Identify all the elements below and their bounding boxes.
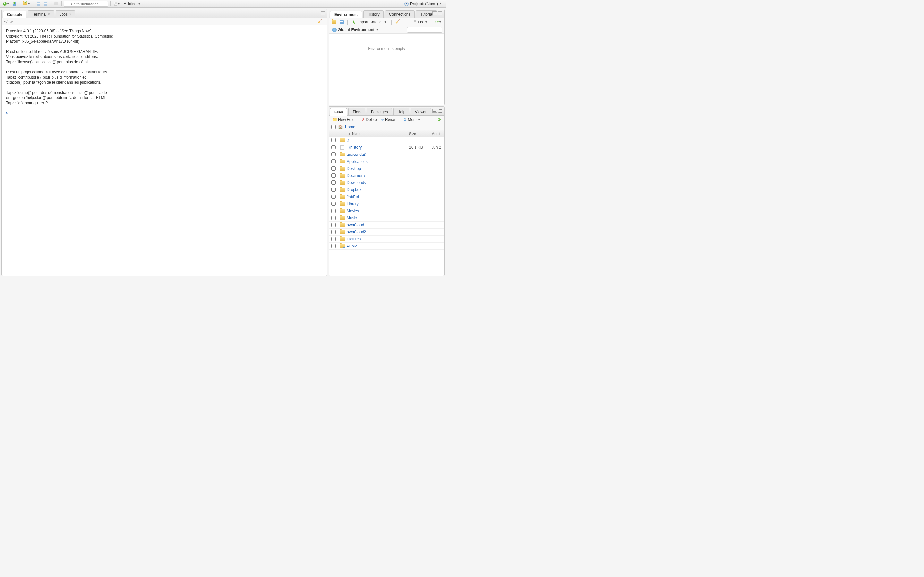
project-selector[interactable]: Project: (None) ▼	[402, 1, 444, 6]
home-link[interactable]: Home	[345, 125, 355, 129]
file-row[interactable]: Library	[329, 200, 444, 207]
tab-jobs[interactable]: Jobs×	[55, 10, 75, 18]
file-checkbox[interactable]	[331, 237, 336, 241]
file-checkbox[interactable]	[331, 223, 336, 227]
refresh-button[interactable]: ⟳▼	[435, 19, 443, 25]
path-arrow-icon[interactable]: ⇗	[10, 19, 13, 24]
tab-terminal[interactable]: Terminal×	[27, 10, 54, 18]
file-name[interactable]: Applications	[347, 159, 409, 164]
sort-by-size[interactable]: Size	[409, 132, 431, 135]
file-row[interactable]: Public	[329, 243, 444, 250]
save-button[interactable]	[35, 1, 42, 7]
tab-viewer[interactable]: Viewer	[411, 108, 431, 115]
file-row[interactable]: Pictures	[329, 235, 444, 243]
maximize-button[interactable]	[320, 11, 325, 15]
scope-selector[interactable]: Global Environment ▼	[331, 27, 380, 33]
chevron-down-icon: ▼	[439, 21, 441, 24]
file-row[interactable]: .Rhistory26.1 KBJun 2	[329, 144, 444, 151]
environment-search-input[interactable]	[407, 27, 443, 33]
file-row[interactable]: Applications	[329, 158, 444, 165]
tab-files[interactable]: Files	[330, 108, 347, 116]
file-checkbox[interactable]	[331, 181, 336, 185]
file-name[interactable]: ownCloud2	[347, 230, 409, 234]
new-project-button[interactable]	[11, 1, 18, 7]
file-row[interactable]: Music	[329, 214, 444, 221]
file-name[interactable]: anaconda3	[347, 152, 409, 157]
file-checkbox[interactable]	[331, 166, 336, 171]
view-mode-selector[interactable]: ☰List▼	[412, 20, 429, 24]
file-checkbox[interactable]	[331, 230, 336, 234]
file-row[interactable]: JabRef	[329, 193, 444, 200]
tab-history[interactable]: History	[363, 10, 383, 18]
file-name[interactable]: JabRef	[347, 195, 409, 199]
file-name[interactable]: Movies	[347, 209, 409, 213]
maximize-button[interactable]	[438, 11, 443, 15]
path-ellipsis-button[interactable]: ...	[438, 125, 442, 129]
file-name[interactable]: Music	[347, 216, 409, 220]
tab-console[interactable]: Console	[3, 11, 26, 18]
file-name[interactable]: .Rhistory	[347, 145, 409, 150]
tab-environment[interactable]: Environment	[330, 11, 362, 18]
close-icon[interactable]: ×	[69, 13, 71, 16]
file-checkbox[interactable]	[331, 145, 336, 149]
file-row[interactable]: Documents	[329, 172, 444, 179]
maximize-button[interactable]	[438, 109, 443, 113]
minimize-button[interactable]	[433, 109, 437, 113]
file-checkbox[interactable]	[331, 201, 336, 206]
new-folder-button[interactable]: 📁New Folder	[331, 117, 359, 122]
file-row[interactable]: Dropbox	[329, 186, 444, 193]
new-file-button[interactable]: ▼	[2, 1, 11, 7]
tab-connections[interactable]: Connections	[385, 10, 415, 18]
file-row[interactable]: ownCloud	[329, 221, 444, 229]
file-checkbox[interactable]	[331, 209, 336, 213]
folder-icon	[340, 202, 345, 206]
file-checkbox[interactable]	[331, 138, 336, 142]
select-all-checkbox[interactable]	[331, 125, 336, 129]
refresh-files-button[interactable]: ⟳	[436, 116, 443, 123]
console-output[interactable]: R version 4.0.1 (2020-06-06) -- "See Thi…	[2, 25, 327, 276]
save-workspace-button[interactable]	[338, 19, 345, 25]
file-name[interactable]: Downloads	[347, 181, 409, 185]
tab-help[interactable]: Help	[393, 108, 410, 115]
save-all-button[interactable]	[42, 1, 49, 7]
file-checkbox[interactable]	[331, 187, 336, 192]
file-name[interactable]: Public	[347, 244, 409, 248]
file-checkbox[interactable]	[331, 244, 336, 248]
goto-input[interactable]	[63, 1, 108, 7]
file-row[interactable]: Downloads	[329, 179, 444, 186]
addins-menu[interactable]: Addins▼	[122, 1, 143, 6]
sort-by-name[interactable]: ▲Name	[347, 132, 409, 135]
load-workspace-button[interactable]	[331, 19, 337, 25]
delete-button[interactable]: ⊘Delete	[360, 117, 379, 122]
file-checkbox[interactable]	[331, 152, 336, 156]
file-checkbox[interactable]	[331, 216, 336, 220]
file-row[interactable]: ownCloud2	[329, 229, 444, 235]
tab-packages[interactable]: Packages	[367, 108, 392, 115]
file-name[interactable]: .r	[347, 138, 409, 143]
file-name[interactable]: Library	[347, 201, 409, 206]
print-button[interactable]	[53, 1, 59, 7]
grid-button[interactable]: ▼	[113, 1, 121, 7]
file-name[interactable]: Desktop	[347, 166, 409, 171]
open-file-button[interactable]: ▼	[22, 1, 31, 7]
tab-plots[interactable]: Plots	[349, 108, 365, 115]
file-name[interactable]: Dropbox	[347, 187, 409, 192]
file-checkbox[interactable]	[331, 159, 336, 163]
file-row[interactable]: anaconda3	[329, 151, 444, 158]
file-row[interactable]: .r	[329, 137, 444, 144]
file-checkbox[interactable]	[331, 195, 336, 199]
file-row[interactable]: Movies	[329, 207, 444, 214]
file-name[interactable]: Pictures	[347, 237, 409, 242]
import-dataset-button[interactable]: ↳Import Dataset▼	[351, 19, 389, 25]
sort-by-modified[interactable]: Modif	[431, 132, 444, 135]
file-row[interactable]: Desktop	[329, 165, 444, 172]
file-name[interactable]: Documents	[347, 173, 409, 178]
clear-console-button[interactable]	[317, 19, 325, 25]
file-name[interactable]: ownCloud	[347, 223, 409, 227]
file-checkbox[interactable]	[331, 173, 336, 177]
minimize-button[interactable]	[433, 11, 437, 15]
rename-button[interactable]: ➜Rename	[379, 117, 401, 122]
clear-environment-button[interactable]	[394, 19, 402, 25]
close-icon[interactable]: ×	[48, 13, 50, 16]
more-button[interactable]: ⚙More▼	[402, 117, 422, 122]
